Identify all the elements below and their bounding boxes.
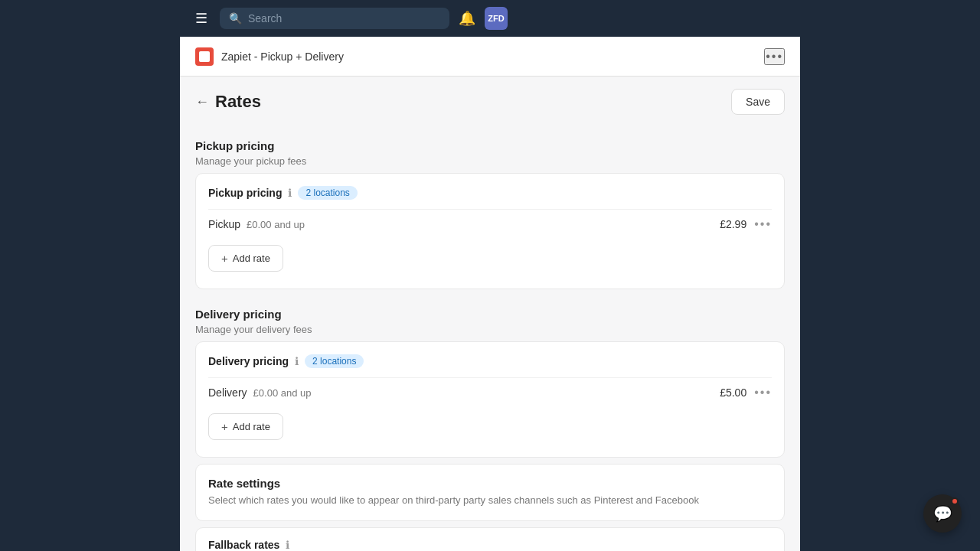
pickup-pricing-section: Pickup pricing Manage your pickup fees P…	[195, 127, 785, 289]
app-logo-inner	[199, 51, 210, 62]
pickup-add-rate-label: Add rate	[233, 253, 270, 264]
chat-button[interactable]: 💬	[923, 494, 962, 533]
save-button[interactable]: Save	[731, 89, 785, 115]
delivery-rate-range: £0.00 and up	[253, 387, 312, 399]
pickup-locations-badge: 2 locations	[298, 186, 357, 200]
avatar[interactable]: ZFD	[485, 7, 508, 30]
pickup-section-description: Manage your pickup fees	[195, 155, 785, 167]
pickup-info-icon[interactable]: ℹ	[288, 187, 292, 199]
fallback-rates-section: Fallback rates ℹ ℹ If the customer bypas…	[195, 527, 785, 552]
fallback-info-icon[interactable]: ℹ	[286, 539, 289, 551]
pickup-section-header: Pickup pricing Manage your pickup fees	[195, 127, 785, 173]
search-icon: 🔍	[229, 12, 242, 24]
app-header: Zapiet - Pickup + Delivery •••	[180, 37, 800, 77]
page-title: Rates	[215, 92, 261, 112]
pickup-rate-price: £2.99	[720, 218, 746, 230]
rate-settings-title: Rate settings	[208, 477, 772, 490]
delivery-rate-row: Delivery £0.00 and up £5.00 •••	[208, 377, 772, 407]
rate-settings-section: Rate settings Select which rates you wou…	[195, 464, 785, 521]
page-header: ← Rates Save	[180, 77, 800, 127]
delivery-add-rate-button[interactable]: + Add rate	[208, 413, 283, 440]
app-title: Zapiet - Pickup + Delivery	[221, 51, 344, 63]
delivery-info-icon[interactable]: ℹ	[295, 355, 299, 367]
hamburger-menu-icon[interactable]: ☰	[192, 10, 211, 27]
top-navigation: ☰ 🔍 🔔 ZFD	[180, 0, 800, 37]
delivery-rate-more-button[interactable]: •••	[754, 386, 772, 399]
pickup-add-rate-button[interactable]: + Add rate	[208, 245, 283, 272]
app-more-button[interactable]: •••	[764, 48, 785, 65]
chat-notification-badge	[951, 497, 959, 505]
fallback-rates-title: Fallback rates	[208, 539, 279, 551]
pickup-rate-right: £2.99 •••	[720, 217, 772, 231]
main-content: Pickup pricing Manage your pickup fees P…	[180, 127, 800, 551]
delivery-rate-label: Delivery	[208, 386, 247, 399]
delivery-locations-badge: 2 locations	[305, 354, 364, 368]
pickup-rate-row: Pickup £0.00 and up £2.99 •••	[208, 209, 772, 239]
rate-settings-description: Select which rates you would like to app…	[208, 493, 772, 508]
pickup-rate-range: £0.00 and up	[247, 219, 305, 230]
pickup-card-title-row: Pickup pricing ℹ 2 locations	[208, 186, 772, 200]
delivery-card-title: Delivery pricing	[208, 355, 289, 367]
delivery-pricing-section: Delivery pricing Manage your delivery fe…	[195, 295, 785, 458]
delivery-card-title-row: Delivery pricing ℹ 2 locations	[208, 354, 772, 368]
delivery-card-inner: Delivery pricing ℹ 2 locations Delivery …	[196, 342, 784, 457]
chat-icon: 💬	[933, 504, 952, 523]
pickup-pricing-card: Pickup pricing ℹ 2 locations Pickup £0.0…	[195, 173, 785, 289]
page-title-row: ← Rates	[195, 92, 261, 112]
plus-icon: +	[221, 252, 228, 265]
delivery-rate-price: £5.00	[720, 386, 746, 399]
delivery-rate-right: £5.00 •••	[720, 386, 772, 399]
fallback-header: Fallback rates ℹ	[196, 528, 784, 552]
delivery-section-header: Delivery pricing Manage your delivery fe…	[195, 295, 785, 341]
search-bar[interactable]: 🔍	[220, 8, 449, 29]
pickup-card-inner: Pickup pricing ℹ 2 locations Pickup £0.0…	[196, 174, 784, 289]
pickup-rate-more-button[interactable]: •••	[754, 217, 772, 231]
fallback-rates-card: Fallback rates ℹ ℹ If the customer bypas…	[195, 527, 785, 552]
delivery-add-rate-label: Add rate	[233, 421, 270, 432]
app-title-area: Zapiet - Pickup + Delivery	[195, 47, 344, 66]
pickup-card-title: Pickup pricing	[208, 187, 282, 199]
delivery-pricing-card: Delivery pricing ℹ 2 locations Delivery …	[195, 341, 785, 458]
pickup-section-title: Pickup pricing	[195, 139, 785, 152]
back-button[interactable]: ←	[195, 94, 209, 110]
delivery-rate-info: Delivery £0.00 and up	[208, 386, 311, 399]
pickup-rate-info: Pickup £0.00 and up	[208, 218, 305, 230]
delivery-section-title: Delivery pricing	[195, 308, 785, 321]
plus-icon-delivery: +	[221, 420, 228, 433]
rate-settings-card: Rate settings Select which rates you wou…	[195, 464, 785, 521]
search-input[interactable]	[248, 12, 440, 24]
app-logo	[195, 47, 214, 66]
delivery-section-description: Manage your delivery fees	[195, 324, 785, 335]
notification-bell-icon[interactable]: 🔔	[459, 10, 475, 27]
pickup-rate-label: Pickup	[208, 218, 240, 230]
